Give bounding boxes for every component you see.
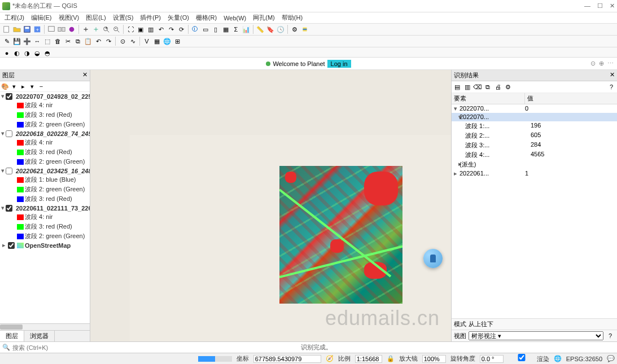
saveas-icon[interactable]: + — [33, 25, 42, 34]
wms-icon[interactable]: 🌐 — [163, 37, 172, 46]
menu-raster[interactable]: 栅格(R) — [192, 12, 220, 23]
digitize-5-icon[interactable]: ◓ — [43, 49, 52, 58]
search-input[interactable] — [12, 344, 295, 351]
identify-tree[interactable]: ▾ 2022070... 0▾ 2022070... 波段 1:... 196 … — [452, 104, 617, 318]
rot-input[interactable] — [480, 355, 504, 363]
node-tool-icon[interactable]: ⬚ — [43, 37, 52, 46]
attr-table-icon[interactable]: ▦ — [221, 25, 230, 34]
identify-panel-close-icon[interactable]: ✕ — [610, 71, 615, 80]
res-help-icon[interactable]: ? — [607, 82, 616, 91]
zoom-next-icon[interactable]: ↷ — [167, 25, 176, 34]
move-feature-icon[interactable]: ↔ — [33, 37, 42, 46]
layer-checkbox[interactable] — [6, 93, 12, 100]
layer-collapse-icon[interactable]: ▾ — [28, 82, 36, 90]
stats-icon[interactable]: 📊 — [242, 25, 251, 34]
xyz-icon[interactable]: ⊞ — [173, 37, 182, 46]
layers-panel-close-icon[interactable]: ✕ — [82, 71, 87, 80]
maximize-button[interactable]: ☐ — [597, 2, 603, 10]
result-arrow-icon[interactable]: ▾ — [453, 113, 458, 121]
zoom-input[interactable] — [422, 355, 446, 363]
snap-icon[interactable]: ⊙ — [118, 37, 127, 46]
deselect-icon[interactable]: ▯ — [211, 25, 220, 34]
scale-lock-icon[interactable]: 🔒 — [387, 355, 395, 362]
copy-icon[interactable]: ⧉ — [73, 37, 82, 46]
result-key[interactable]: 2022070... — [458, 105, 525, 112]
save-project-icon[interactable] — [23, 25, 32, 34]
crs-text[interactable]: EPSG:32650 — [566, 356, 602, 362]
layer-expand-icon[interactable]: ▸ — [19, 82, 27, 90]
refresh-icon[interactable]: ⟳ — [177, 25, 186, 34]
identify-icon[interactable]: i — [191, 25, 200, 34]
tab-layers[interactable]: 图层 — [0, 331, 24, 341]
layer-arrow-icon[interactable]: ▸ — [1, 242, 7, 249]
bookmark-icon[interactable]: 🔖 — [266, 25, 275, 34]
measure-icon[interactable]: 📏 — [256, 25, 265, 34]
view-select[interactable]: 树形视注 ▾ — [469, 331, 603, 340]
toolbox-icon[interactable]: ⚙ — [290, 25, 299, 34]
trace-icon[interactable]: ∿ — [128, 37, 137, 46]
layer-checkbox[interactable] — [6, 168, 12, 174]
zoom-layer-icon[interactable]: ▥ — [146, 25, 155, 34]
style-mgr-icon[interactable] — [67, 25, 76, 34]
layers-tree[interactable]: ▾ 20220707_024928_02_2254 波段 4: nir 波段 3… — [0, 92, 90, 323]
open-project-icon[interactable] — [12, 25, 21, 34]
menu-plugins[interactable]: 插件(P) — [137, 12, 164, 23]
layer-remove-icon[interactable]: − — [37, 82, 45, 90]
res-clear-icon[interactable]: ⌫ — [473, 82, 482, 91]
menu-settings[interactable]: 设置(S) — [110, 12, 137, 23]
layer-filter-icon[interactable]: ▾ — [10, 82, 18, 90]
digitize-3-icon[interactable]: ◑ — [23, 49, 32, 58]
paste-icon[interactable]: 📋 — [84, 37, 93, 46]
map-canvas[interactable]: edumails.cn — [90, 70, 451, 341]
new-project-icon[interactable] — [2, 25, 11, 34]
planet-menu-icon[interactable]: ⋯ — [607, 60, 614, 67]
layer-arrow-icon[interactable]: ▾ — [1, 93, 5, 100]
res-print-icon[interactable]: 🖨 — [493, 82, 502, 91]
layer-checkbox[interactable] — [8, 242, 15, 249]
temporal-icon[interactable]: 🕓 — [276, 25, 285, 34]
add-feature-icon[interactable]: ➕ — [23, 37, 32, 46]
result-key[interactable]: (派生) — [458, 160, 525, 169]
menu-view[interactable]: 视图(V) — [55, 12, 83, 23]
messages-icon[interactable]: 💬 — [607, 355, 615, 362]
zoom-full-icon[interactable]: ⛶ — [126, 25, 135, 34]
digitize-2-icon[interactable]: ◐ — [12, 49, 21, 58]
result-arrow-icon[interactable]: ▸ — [453, 160, 458, 169]
scale-input[interactable] — [355, 355, 382, 363]
field-calc-icon[interactable]: Σ — [231, 25, 240, 34]
close-button[interactable]: ✕ — [610, 2, 615, 10]
edit-toggle-icon[interactable]: ✎ — [2, 37, 11, 46]
minimize-button[interactable]: — — [584, 2, 590, 10]
view-help-icon[interactable]: ? — [606, 331, 615, 340]
layer-arrow-icon[interactable]: ▾ — [1, 167, 5, 174]
layer-arrow-icon[interactable]: ▾ — [1, 130, 5, 137]
result-arrow-icon[interactable] — [453, 141, 464, 150]
menu-edit[interactable]: 编辑(E) — [28, 12, 55, 23]
planet-expand-icon[interactable]: ⊕ — [599, 60, 604, 67]
menu-help[interactable]: 帮助(H) — [278, 12, 306, 23]
python-icon[interactable] — [300, 25, 309, 34]
digitize-1-icon[interactable]: ● — [2, 49, 11, 58]
result-key[interactable]: 波段 2:... — [464, 131, 531, 140]
result-key[interactable]: 波段 1:... — [464, 122, 531, 130]
redo-icon[interactable]: ↷ — [104, 37, 113, 46]
result-key[interactable]: 波段 4:... — [464, 151, 531, 159]
zoom-out-icon[interactable]: - — [112, 25, 121, 34]
result-arrow-icon[interactable] — [453, 122, 464, 130]
crs-icon[interactable]: 🌐 — [554, 355, 562, 362]
menu-project[interactable]: 工程(J) — [1, 12, 28, 23]
digitize-4-icon[interactable]: ◒ — [33, 49, 42, 58]
menu-layer[interactable]: 图层(L) — [82, 12, 109, 23]
result-key[interactable]: 2022061... — [458, 170, 525, 177]
result-arrow-icon[interactable] — [453, 131, 464, 140]
undo-icon[interactable]: ↶ — [94, 37, 103, 46]
layer-arrow-icon[interactable]: ▾ — [1, 204, 5, 212]
tab-browser[interactable]: 浏览器 — [24, 331, 55, 341]
usb-float-button[interactable] — [423, 249, 443, 268]
layer-name[interactable]: OpenStreetMap — [25, 242, 71, 249]
select-icon[interactable]: ▭ — [201, 25, 210, 34]
layer-name[interactable]: 20220621_023425_16_2485 — [16, 168, 90, 174]
r-layer-icon[interactable]: ▦ — [152, 37, 161, 46]
menu-mesh[interactable]: 网孔(M) — [250, 12, 278, 23]
result-key[interactable]: 2022070... — [458, 113, 525, 121]
